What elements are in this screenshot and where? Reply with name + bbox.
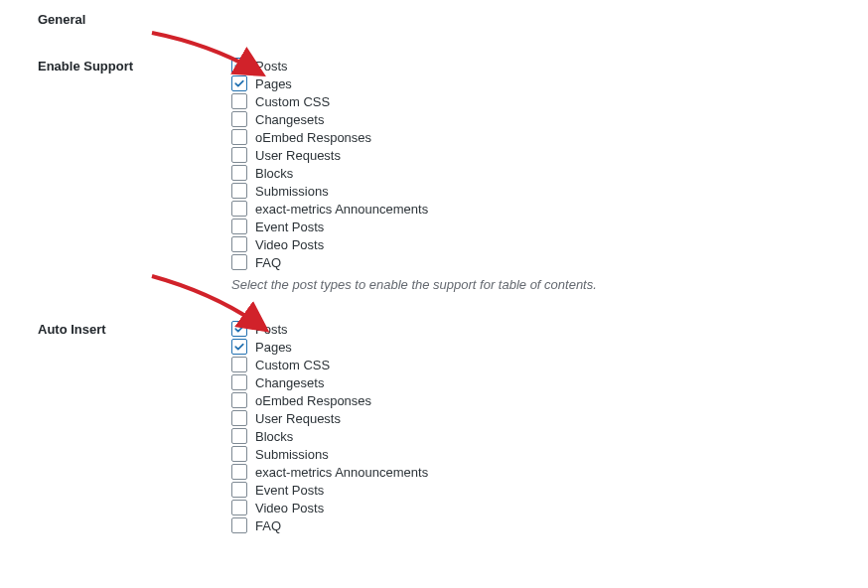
- checkbox-option[interactable]: FAQ: [231, 253, 844, 271]
- checkbox-option[interactable]: exact-metrics Announcements: [231, 463, 844, 481]
- section-title-general: General: [38, 12, 844, 27]
- checkbox[interactable]: [231, 464, 247, 480]
- checkbox-label: Video Posts: [255, 237, 324, 252]
- checkbox-label: Custom CSS: [255, 358, 330, 372]
- checkbox[interactable]: [231, 236, 247, 252]
- checkbox[interactable]: [231, 500, 247, 515]
- row-label-enable-support: Enable Support: [38, 57, 231, 74]
- checkbox-option[interactable]: oEmbed Responses: [231, 128, 844, 146]
- checkbox-option[interactable]: Video Posts: [231, 499, 844, 516]
- checkbox-option[interactable]: Changesets: [231, 110, 844, 128]
- checkbox-option[interactable]: Submissions: [231, 182, 844, 200]
- row-label-auto-insert: Auto Insert: [38, 320, 231, 337]
- row-auto-insert: Auto Insert PostsPagesCustom CSSChangese…: [38, 320, 844, 534]
- checkbox-label: Changesets: [255, 375, 324, 390]
- checkbox-label: oEmbed Responses: [255, 393, 371, 408]
- checkbox-option[interactable]: exact-metrics Announcements: [231, 200, 844, 218]
- checkbox-option[interactable]: User Requests: [231, 409, 844, 427]
- checkbox[interactable]: [231, 183, 247, 199]
- checkbox-option[interactable]: Submissions: [231, 445, 844, 463]
- checkbox-option[interactable]: oEmbed Responses: [231, 391, 844, 409]
- checkbox-option[interactable]: Posts: [231, 320, 844, 338]
- checkbox-option[interactable]: Blocks: [231, 427, 844, 445]
- checkbox-label: Submissions: [255, 447, 329, 462]
- checkbox-option[interactable]: FAQ: [231, 516, 844, 534]
- checkbox-option[interactable]: Pages: [231, 338, 844, 356]
- checkbox-label: oEmbed Responses: [255, 130, 371, 145]
- checkbox[interactable]: [231, 254, 247, 270]
- checkbox[interactable]: [231, 339, 247, 355]
- checkbox-option[interactable]: Pages: [231, 74, 844, 92]
- checkbox[interactable]: [231, 374, 247, 390]
- checkbox[interactable]: [231, 75, 247, 91]
- field-description: Select the post types to enable the supp…: [231, 277, 844, 292]
- checkbox[interactable]: [231, 129, 247, 145]
- checkbox-option[interactable]: Video Posts: [231, 235, 844, 253]
- checkbox[interactable]: [231, 321, 247, 337]
- checkbox-label: Custom CSS: [255, 94, 330, 109]
- checkbox[interactable]: [231, 357, 247, 372]
- checkbox-label: Changesets: [255, 112, 324, 127]
- checkbox-label: Pages: [255, 340, 292, 355]
- checkbox-option[interactable]: Custom CSS: [231, 356, 844, 373]
- checkbox-label: Posts: [255, 322, 288, 337]
- checkbox-option[interactable]: Posts: [231, 57, 844, 74]
- checkbox-label: FAQ: [255, 255, 281, 270]
- checkbox-label: Submissions: [255, 184, 329, 199]
- checkbox-label: User Requests: [255, 411, 341, 426]
- row-enable-support: Enable Support PostsPagesCustom CSSChang…: [38, 57, 844, 292]
- checkbox[interactable]: [231, 517, 247, 533]
- checkbox[interactable]: [231, 58, 247, 74]
- checkbox[interactable]: [231, 165, 247, 181]
- checkbox-label: Video Posts: [255, 501, 324, 515]
- checkbox-option[interactable]: Event Posts: [231, 481, 844, 499]
- checkbox[interactable]: [231, 428, 247, 444]
- checkbox[interactable]: [231, 147, 247, 163]
- checkbox-option[interactable]: Blocks: [231, 164, 844, 182]
- checkbox-label: Blocks: [255, 166, 293, 181]
- checkbox[interactable]: [231, 93, 247, 109]
- checkbox-option[interactable]: User Requests: [231, 146, 844, 164]
- checkbox-label: FAQ: [255, 518, 281, 533]
- checkbox-label: exact-metrics Announcements: [255, 202, 428, 217]
- options-enable-support: PostsPagesCustom CSSChangesetsoEmbed Res…: [231, 57, 844, 292]
- checkbox-label: exact-metrics Announcements: [255, 465, 428, 480]
- checkbox-label: Posts: [255, 59, 288, 74]
- checkbox[interactable]: [231, 446, 247, 462]
- checkbox-label: User Requests: [255, 148, 341, 163]
- checkbox[interactable]: [231, 219, 247, 234]
- checkbox[interactable]: [231, 111, 247, 127]
- checkbox-label: Event Posts: [255, 220, 324, 234]
- checkbox-label: Blocks: [255, 429, 293, 444]
- checkbox[interactable]: [231, 482, 247, 498]
- checkbox-option[interactable]: Event Posts: [231, 218, 844, 235]
- checkbox[interactable]: [231, 410, 247, 426]
- checkbox-option[interactable]: Custom CSS: [231, 92, 844, 110]
- checkbox-label: Event Posts: [255, 483, 324, 498]
- checkbox[interactable]: [231, 201, 247, 217]
- options-auto-insert: PostsPagesCustom CSSChangesetsoEmbed Res…: [231, 320, 844, 534]
- checkbox-option[interactable]: Changesets: [231, 373, 844, 391]
- checkbox-label: Pages: [255, 76, 292, 91]
- checkbox[interactable]: [231, 392, 247, 408]
